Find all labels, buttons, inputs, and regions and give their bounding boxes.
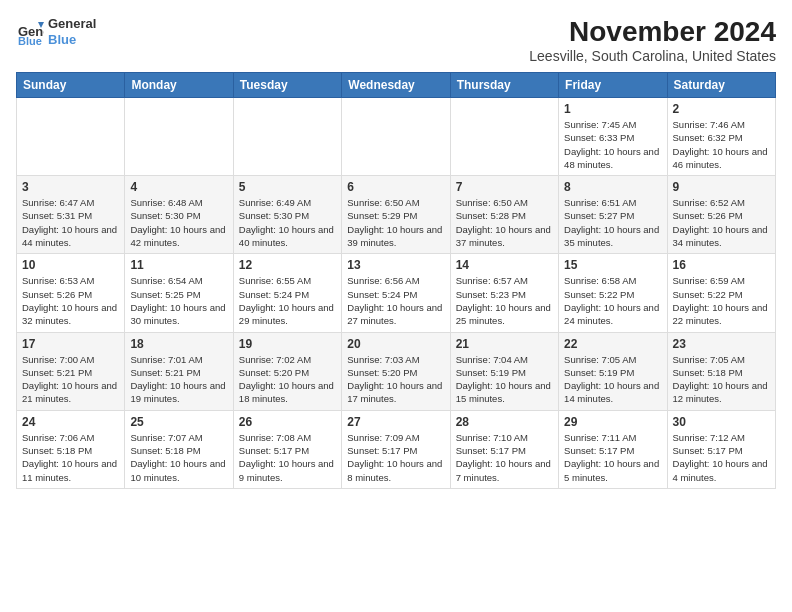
day-number: 27	[347, 415, 444, 429]
day-number: 1	[564, 102, 661, 116]
day-info: Sunrise: 7:04 AM Sunset: 5:19 PM Dayligh…	[456, 353, 553, 406]
table-row: 28Sunrise: 7:10 AM Sunset: 5:17 PM Dayli…	[450, 410, 558, 488]
day-number: 22	[564, 337, 661, 351]
logo-text: General Blue	[48, 16, 96, 47]
day-number: 2	[673, 102, 770, 116]
day-number: 15	[564, 258, 661, 272]
table-row: 30Sunrise: 7:12 AM Sunset: 5:17 PM Dayli…	[667, 410, 775, 488]
table-row: 16Sunrise: 6:59 AM Sunset: 5:22 PM Dayli…	[667, 254, 775, 332]
day-info: Sunrise: 7:45 AM Sunset: 6:33 PM Dayligh…	[564, 118, 661, 171]
page-header: General Blue General Blue November 2024 …	[16, 16, 776, 64]
day-number: 30	[673, 415, 770, 429]
table-row: 6Sunrise: 6:50 AM Sunset: 5:29 PM Daylig…	[342, 176, 450, 254]
day-info: Sunrise: 6:55 AM Sunset: 5:24 PM Dayligh…	[239, 274, 336, 327]
table-row: 13Sunrise: 6:56 AM Sunset: 5:24 PM Dayli…	[342, 254, 450, 332]
table-row: 7Sunrise: 6:50 AM Sunset: 5:28 PM Daylig…	[450, 176, 558, 254]
table-row: 20Sunrise: 7:03 AM Sunset: 5:20 PM Dayli…	[342, 332, 450, 410]
weekday-header-saturday: Saturday	[667, 73, 775, 98]
day-number: 7	[456, 180, 553, 194]
day-number: 3	[22, 180, 119, 194]
day-number: 10	[22, 258, 119, 272]
calendar-subtitle: Leesville, South Carolina, United States	[529, 48, 776, 64]
table-row	[17, 98, 125, 176]
table-row: 10Sunrise: 6:53 AM Sunset: 5:26 PM Dayli…	[17, 254, 125, 332]
table-row: 4Sunrise: 6:48 AM Sunset: 5:30 PM Daylig…	[125, 176, 233, 254]
day-info: Sunrise: 7:00 AM Sunset: 5:21 PM Dayligh…	[22, 353, 119, 406]
day-info: Sunrise: 7:12 AM Sunset: 5:17 PM Dayligh…	[673, 431, 770, 484]
day-number: 9	[673, 180, 770, 194]
svg-text:Blue: Blue	[18, 35, 42, 46]
day-info: Sunrise: 6:52 AM Sunset: 5:26 PM Dayligh…	[673, 196, 770, 249]
week-row-5: 24Sunrise: 7:06 AM Sunset: 5:18 PM Dayli…	[17, 410, 776, 488]
day-info: Sunrise: 6:54 AM Sunset: 5:25 PM Dayligh…	[130, 274, 227, 327]
day-info: Sunrise: 7:10 AM Sunset: 5:17 PM Dayligh…	[456, 431, 553, 484]
day-number: 21	[456, 337, 553, 351]
day-number: 18	[130, 337, 227, 351]
week-row-4: 17Sunrise: 7:00 AM Sunset: 5:21 PM Dayli…	[17, 332, 776, 410]
table-row: 14Sunrise: 6:57 AM Sunset: 5:23 PM Dayli…	[450, 254, 558, 332]
day-number: 14	[456, 258, 553, 272]
day-number: 4	[130, 180, 227, 194]
table-row: 21Sunrise: 7:04 AM Sunset: 5:19 PM Dayli…	[450, 332, 558, 410]
table-row: 17Sunrise: 7:00 AM Sunset: 5:21 PM Dayli…	[17, 332, 125, 410]
calendar-title: November 2024	[529, 16, 776, 48]
week-row-2: 3Sunrise: 6:47 AM Sunset: 5:31 PM Daylig…	[17, 176, 776, 254]
day-info: Sunrise: 6:57 AM Sunset: 5:23 PM Dayligh…	[456, 274, 553, 327]
logo-line1: General	[48, 16, 96, 32]
day-info: Sunrise: 6:58 AM Sunset: 5:22 PM Dayligh…	[564, 274, 661, 327]
week-row-1: 1Sunrise: 7:45 AM Sunset: 6:33 PM Daylig…	[17, 98, 776, 176]
table-row: 23Sunrise: 7:05 AM Sunset: 5:18 PM Dayli…	[667, 332, 775, 410]
table-row: 12Sunrise: 6:55 AM Sunset: 5:24 PM Dayli…	[233, 254, 341, 332]
day-number: 28	[456, 415, 553, 429]
day-number: 25	[130, 415, 227, 429]
day-info: Sunrise: 6:48 AM Sunset: 5:30 PM Dayligh…	[130, 196, 227, 249]
weekday-header-row: SundayMondayTuesdayWednesdayThursdayFrid…	[17, 73, 776, 98]
day-number: 13	[347, 258, 444, 272]
day-number: 5	[239, 180, 336, 194]
day-info: Sunrise: 7:01 AM Sunset: 5:21 PM Dayligh…	[130, 353, 227, 406]
weekday-header-tuesday: Tuesday	[233, 73, 341, 98]
logo: General Blue General Blue	[16, 16, 96, 47]
day-info: Sunrise: 6:56 AM Sunset: 5:24 PM Dayligh…	[347, 274, 444, 327]
table-row: 8Sunrise: 6:51 AM Sunset: 5:27 PM Daylig…	[559, 176, 667, 254]
day-info: Sunrise: 7:03 AM Sunset: 5:20 PM Dayligh…	[347, 353, 444, 406]
table-row	[342, 98, 450, 176]
table-row: 1Sunrise: 7:45 AM Sunset: 6:33 PM Daylig…	[559, 98, 667, 176]
weekday-header-friday: Friday	[559, 73, 667, 98]
day-info: Sunrise: 6:59 AM Sunset: 5:22 PM Dayligh…	[673, 274, 770, 327]
table-row: 5Sunrise: 6:49 AM Sunset: 5:30 PM Daylig…	[233, 176, 341, 254]
day-number: 23	[673, 337, 770, 351]
day-number: 11	[130, 258, 227, 272]
day-info: Sunrise: 7:07 AM Sunset: 5:18 PM Dayligh…	[130, 431, 227, 484]
day-info: Sunrise: 7:05 AM Sunset: 5:19 PM Dayligh…	[564, 353, 661, 406]
logo-line2: Blue	[48, 32, 96, 48]
day-info: Sunrise: 7:06 AM Sunset: 5:18 PM Dayligh…	[22, 431, 119, 484]
day-info: Sunrise: 7:05 AM Sunset: 5:18 PM Dayligh…	[673, 353, 770, 406]
day-info: Sunrise: 6:50 AM Sunset: 5:29 PM Dayligh…	[347, 196, 444, 249]
day-info: Sunrise: 7:09 AM Sunset: 5:17 PM Dayligh…	[347, 431, 444, 484]
table-row: 18Sunrise: 7:01 AM Sunset: 5:21 PM Dayli…	[125, 332, 233, 410]
day-number: 24	[22, 415, 119, 429]
table-row: 27Sunrise: 7:09 AM Sunset: 5:17 PM Dayli…	[342, 410, 450, 488]
table-row: 11Sunrise: 6:54 AM Sunset: 5:25 PM Dayli…	[125, 254, 233, 332]
day-number: 19	[239, 337, 336, 351]
day-info: Sunrise: 7:08 AM Sunset: 5:17 PM Dayligh…	[239, 431, 336, 484]
day-info: Sunrise: 6:50 AM Sunset: 5:28 PM Dayligh…	[456, 196, 553, 249]
table-row	[125, 98, 233, 176]
logo-icon: General Blue	[16, 18, 44, 46]
day-info: Sunrise: 6:47 AM Sunset: 5:31 PM Dayligh…	[22, 196, 119, 249]
day-number: 6	[347, 180, 444, 194]
day-number: 17	[22, 337, 119, 351]
day-info: Sunrise: 6:51 AM Sunset: 5:27 PM Dayligh…	[564, 196, 661, 249]
day-number: 29	[564, 415, 661, 429]
weekday-header-wednesday: Wednesday	[342, 73, 450, 98]
table-row	[450, 98, 558, 176]
table-row: 25Sunrise: 7:07 AM Sunset: 5:18 PM Dayli…	[125, 410, 233, 488]
day-info: Sunrise: 7:46 AM Sunset: 6:32 PM Dayligh…	[673, 118, 770, 171]
day-info: Sunrise: 6:49 AM Sunset: 5:30 PM Dayligh…	[239, 196, 336, 249]
table-row	[233, 98, 341, 176]
table-row: 15Sunrise: 6:58 AM Sunset: 5:22 PM Dayli…	[559, 254, 667, 332]
weekday-header-monday: Monday	[125, 73, 233, 98]
table-row: 22Sunrise: 7:05 AM Sunset: 5:19 PM Dayli…	[559, 332, 667, 410]
day-number: 12	[239, 258, 336, 272]
